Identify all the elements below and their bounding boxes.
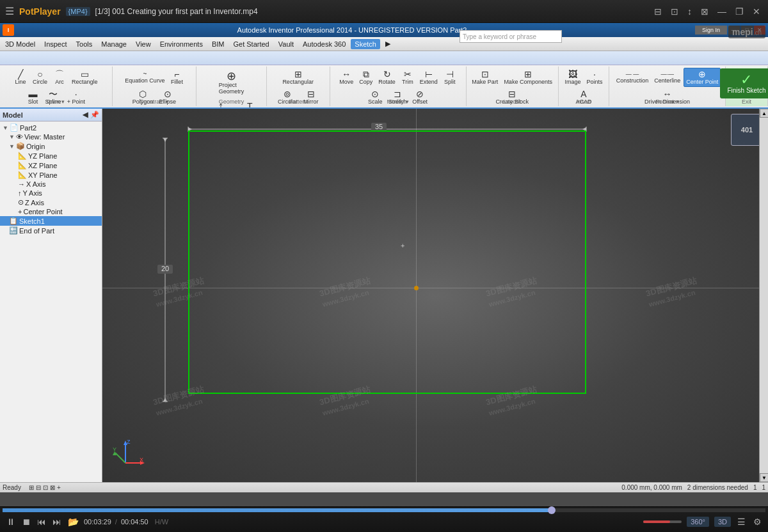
points-button[interactable]: ·Points bbox=[584, 68, 605, 87]
image-button[interactable]: 🖼Image bbox=[563, 68, 584, 87]
geometry-group: ⊕ProjectGeometry ↕Dimension TText ▾ Geom… bbox=[196, 66, 266, 106]
model-panel-toggle[interactable]: ◀ bbox=[83, 111, 88, 119]
icon-yaxis: ↑ bbox=[18, 189, 22, 197]
tree-item-xyplane[interactable]: 📐 XY Plane bbox=[0, 170, 102, 180]
minimize-button[interactable]: — bbox=[715, 5, 729, 18]
tree-item-origin[interactable]: ▼ 📦 Origin bbox=[0, 141, 102, 151]
inventor-menubar: 3D Model Inspect Tools Manage View Envir… bbox=[0, 37, 768, 51]
menu-more[interactable]: ▶ bbox=[381, 38, 394, 49]
move-button[interactable]: ↔Move bbox=[337, 68, 356, 87]
inventor-signin[interactable]: Sign In bbox=[695, 26, 727, 35]
equation-curve-button[interactable]: ~Equation Curve bbox=[122, 69, 167, 86]
label-endofpart: End of Part bbox=[19, 227, 54, 235]
status-icon-1[interactable]: ⊞ bbox=[29, 484, 34, 491]
status-icon-5[interactable]: + bbox=[57, 484, 61, 491]
menu-vault[interactable]: Vault bbox=[275, 39, 298, 49]
line-button[interactable]: ╱Line bbox=[12, 68, 29, 87]
finish-sketch-button[interactable]: ✓ Finish Sketch bbox=[720, 68, 768, 98]
playlist-button[interactable]: ☰ bbox=[736, 515, 747, 528]
model-panel-pin[interactable]: 📌 bbox=[90, 111, 99, 119]
menu-manage[interactable]: Manage bbox=[97, 39, 131, 49]
volume-slider[interactable] bbox=[643, 520, 682, 523]
watermark-4: 3D图库资源站www.3dzyk.cn bbox=[644, 275, 700, 309]
split-button[interactable]: ⊣Split bbox=[441, 68, 459, 87]
ribbon-tabs bbox=[0, 51, 768, 65]
next-button[interactable]: ⏭ bbox=[51, 515, 63, 528]
progress-thumb[interactable] bbox=[548, 506, 556, 514]
time-current: 00:03:29 bbox=[84, 518, 111, 526]
pattern-group: ⊞Rectangular ⊚Circular ⊟Mirror Pattern bbox=[267, 66, 330, 106]
tree-item-sketch1[interactable]: 📋 Sketch1 bbox=[0, 216, 102, 226]
format-group-label: Format ▾ bbox=[609, 98, 725, 105]
tree-item-xaxis[interactable]: → X Axis bbox=[0, 180, 102, 189]
restore-button[interactable]: ❐ bbox=[733, 5, 746, 18]
inventor-viewport[interactable]: 35 20 + 3D图库资源站www.3dzyk.cn 3D图库资源站www.3… bbox=[102, 109, 768, 482]
project-geometry-button[interactable]: ⊕ProjectGeometry bbox=[214, 68, 249, 97]
center-point-button[interactable]: ⊕Center Point bbox=[684, 68, 721, 87]
format-group: — —Construction —·—Centerline ⊕Center Po… bbox=[609, 66, 726, 106]
badge-3d[interactable]: 3D bbox=[714, 517, 731, 527]
close-button[interactable]: ✕ bbox=[750, 5, 763, 18]
menu-bim[interactable]: BIM bbox=[208, 39, 228, 49]
open-button[interactable]: 📂 bbox=[67, 515, 80, 528]
fillet-button[interactable]: ⌐Fillet bbox=[168, 68, 186, 87]
scroll-up[interactable]: ▲ bbox=[760, 109, 768, 118]
make-part-button[interactable]: ⊡Make Part bbox=[469, 68, 500, 87]
inventor-title: Autodesk Inventor Professional 2014 - UN… bbox=[17, 26, 687, 34]
copy-button[interactable]: ⧉Copy bbox=[356, 68, 375, 87]
tree-item-endofpart[interactable]: 🔚 End of Part bbox=[0, 226, 102, 235]
badge-360[interactable]: 360° bbox=[687, 517, 709, 527]
tb1-icon[interactable]: ⊟ bbox=[652, 5, 664, 18]
tree-item-centerpoint[interactable]: + Center Point bbox=[0, 207, 102, 216]
insert-group-label: Insert bbox=[559, 98, 609, 105]
tb4-icon[interactable]: ⊠ bbox=[698, 5, 711, 18]
navcube[interactable]: 401 bbox=[731, 114, 763, 146]
tree-item-yzplane[interactable]: 📐 YZ Plane bbox=[0, 151, 102, 160]
settings-button[interactable]: ⚙ bbox=[752, 515, 763, 528]
svg-marker-11 bbox=[163, 398, 167, 402]
pause-button[interactable]: ⏸ bbox=[5, 515, 17, 528]
scroll-down[interactable]: ▼ bbox=[760, 473, 768, 482]
tree-item-xzplane[interactable]: 📐 XZ Plane bbox=[0, 160, 102, 170]
tree-item-zaxis[interactable]: ⊙ Z Axis bbox=[0, 198, 102, 207]
tb3-icon[interactable]: ↕ bbox=[685, 5, 694, 18]
progress-fill bbox=[3, 508, 552, 512]
tree-item-yaxis[interactable]: ↑ Y Axis bbox=[0, 189, 102, 198]
circle-button[interactable]: ○Circle bbox=[30, 68, 50, 87]
arc-button[interactable]: ⌒Arc bbox=[51, 68, 68, 87]
prev-button[interactable]: ⏮ bbox=[36, 515, 47, 528]
status-ready: Ready bbox=[3, 484, 21, 491]
rectangular-pattern-button[interactable]: ⊞Rectangular bbox=[280, 68, 316, 87]
hamburger-icon[interactable]: ☰ bbox=[5, 5, 14, 17]
status-dim-needed: 2 dimensions needed bbox=[687, 484, 748, 491]
menu-view[interactable]: View bbox=[132, 39, 155, 49]
centerline-button[interactable]: —·—Centerline bbox=[652, 70, 683, 86]
status-icon-4[interactable]: ⊠ bbox=[50, 484, 55, 491]
menu-inspect[interactable]: Inspect bbox=[40, 39, 70, 49]
inventor-searchbar[interactable]: Type a keyword or phrase bbox=[460, 30, 562, 43]
status-coords: 0.000 mm, 0.000 mm bbox=[621, 484, 682, 491]
menu-environments[interactable]: Environments bbox=[156, 39, 207, 49]
make-components-button[interactable]: ⊞Make Components bbox=[501, 68, 555, 87]
trim-button[interactable]: ✂Trim bbox=[399, 68, 417, 87]
tree-item-view[interactable]: ▼ 👁 View: Master bbox=[0, 132, 102, 141]
rectangle-button[interactable]: ▭Rectangle bbox=[69, 68, 100, 87]
time-separator: / bbox=[115, 518, 117, 526]
menu-sketch[interactable]: Sketch bbox=[351, 39, 380, 49]
menu-3dmodel[interactable]: 3D Model bbox=[1, 39, 39, 49]
volume-fill bbox=[643, 520, 670, 523]
tb2-icon[interactable]: ⊡ bbox=[668, 5, 681, 18]
svg-text:Z: Z bbox=[127, 439, 131, 445]
menu-tools[interactable]: Tools bbox=[72, 39, 97, 49]
progress-bar[interactable] bbox=[3, 508, 765, 512]
status-icon-3[interactable]: ⊡ bbox=[43, 484, 48, 491]
construction-button[interactable]: — —Construction bbox=[614, 70, 652, 86]
tree-item-part2[interactable]: ▼ 📄 Part2 bbox=[0, 123, 102, 132]
menu-getstarted[interactable]: Get Started bbox=[229, 39, 273, 49]
menu-autodesk360[interactable]: Autodesk 360 bbox=[299, 39, 349, 49]
extend-button[interactable]: ⊢Extend bbox=[417, 68, 440, 87]
model-panel-title: Model bbox=[3, 111, 23, 119]
status-icon-2[interactable]: ⊟ bbox=[36, 484, 41, 491]
stop-button[interactable]: ⏹ bbox=[20, 515, 32, 528]
rotate-button[interactable]: ↻Rotate bbox=[376, 68, 398, 87]
